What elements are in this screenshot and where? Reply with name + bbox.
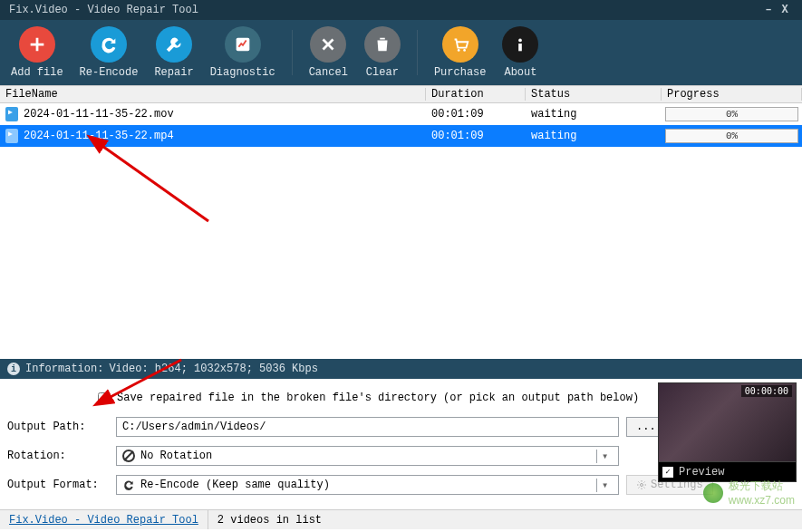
chevron-down-icon: ▾: [596, 450, 613, 463]
video-file-icon: [5, 129, 18, 143]
file-progress: 0%: [665, 107, 798, 121]
add-file-button[interactable]: Add file: [11, 26, 63, 79]
plus-icon: [19, 26, 55, 63]
clear-button[interactable]: Clear: [364, 26, 401, 79]
toolbar-separator: [292, 30, 293, 75]
svg-line-5: [100, 144, 208, 221]
gear-icon: [636, 479, 647, 490]
info-text: Video: h264; 1032x578; 5036 Kbps: [109, 363, 317, 375]
statusbar: Fix.Video - Video Repair Tool 2 videos i…: [0, 509, 802, 529]
info-icon: i: [7, 363, 20, 375]
toolbar-separator: [417, 30, 418, 75]
status-count: 2 videos in list: [208, 514, 331, 527]
trash-icon: [364, 26, 401, 63]
refresh-icon: [91, 26, 127, 63]
file-table-header: FileName Duration Status Progress: [0, 85, 802, 103]
options-panel: Save repaired file in the broken file's …: [0, 379, 802, 509]
cancel-icon: [310, 26, 346, 63]
preview-panel: 00:00:00 ✓ Preview: [658, 382, 797, 482]
no-rotation-icon: [122, 450, 135, 462]
refresh-icon: [122, 479, 135, 491]
file-list: 2024-01-11-11-35-22.mov 00:01:09 waiting…: [0, 103, 802, 359]
svg-point-2: [463, 49, 466, 52]
file-name: 2024-01-11-11-35-22.mov: [24, 108, 174, 121]
file-name: 2024-01-11-11-35-22.mp4: [24, 130, 174, 142]
chevron-down-icon: ▾: [596, 479, 613, 492]
minimize-button[interactable]: –: [760, 4, 777, 16]
preview-thumbnail[interactable]: 00:00:00: [659, 383, 796, 461]
svg-rect-4: [519, 44, 523, 51]
file-duration: 00:01:09: [426, 108, 526, 121]
preview-label: Preview: [679, 466, 724, 479]
wrench-icon: [156, 26, 192, 63]
repair-button[interactable]: Repair: [154, 26, 193, 79]
rotation-select[interactable]: No Rotation ▾: [116, 446, 619, 466]
preview-checkbox[interactable]: ✓: [662, 467, 673, 478]
file-progress: 0%: [665, 129, 798, 143]
output-format-label: Output Format:: [7, 479, 109, 491]
output-path-input[interactable]: [116, 417, 619, 437]
toolbar: Add file Re-Encode Repair Diagnostic Can…: [0, 20, 802, 85]
diagnostic-button[interactable]: Diagnostic: [210, 26, 275, 79]
col-progress[interactable]: Progress: [662, 88, 802, 101]
about-button[interactable]: About: [502, 26, 538, 79]
save-in-broken-dir-label: Save repaired file in the broken file's …: [117, 392, 639, 404]
close-button[interactable]: X: [777, 4, 793, 16]
chart-icon: [225, 26, 261, 63]
cart-icon: [442, 26, 478, 63]
output-format-select[interactable]: Re-Encode (Keep same quality) ▾: [116, 475, 619, 495]
output-path-label: Output Path:: [7, 421, 109, 433]
rotation-label: Rotation:: [7, 450, 109, 462]
svg-point-1: [457, 49, 459, 52]
re-encode-button[interactable]: Re-Encode: [80, 26, 139, 79]
info-label: Information:: [25, 363, 103, 375]
table-row[interactable]: 2024-01-11-11-35-22.mov 00:01:09 waiting…: [0, 103, 802, 125]
file-status: waiting: [526, 108, 662, 121]
table-row[interactable]: 2024-01-11-11-35-22.mp4 00:01:09 waiting…: [0, 125, 802, 147]
info-icon: [502, 26, 538, 63]
purchase-button[interactable]: Purchase: [434, 26, 487, 79]
file-duration: 00:01:09: [426, 130, 526, 142]
col-duration[interactable]: Duration: [426, 88, 526, 101]
preview-timecode: 00:00:00: [741, 385, 792, 397]
svg-point-3: [519, 39, 523, 43]
status-link[interactable]: Fix.Video - Video Repair Tool: [0, 510, 208, 529]
titlebar: Fix.Video - Video Repair Tool – X: [0, 0, 802, 20]
save-in-broken-dir-checkbox[interactable]: [98, 392, 110, 404]
info-bar: i Information: Video: h264; 1032x578; 50…: [0, 359, 802, 379]
col-status[interactable]: Status: [526, 88, 662, 101]
col-filename[interactable]: FileName: [0, 88, 426, 101]
video-file-icon: [5, 107, 18, 121]
app-title: Fix.Video - Video Repair Tool: [9, 4, 198, 16]
annotation-arrow: [91, 140, 217, 234]
file-status: waiting: [526, 130, 662, 142]
svg-point-6: [641, 484, 643, 487]
cancel-button[interactable]: Cancel: [309, 26, 348, 79]
